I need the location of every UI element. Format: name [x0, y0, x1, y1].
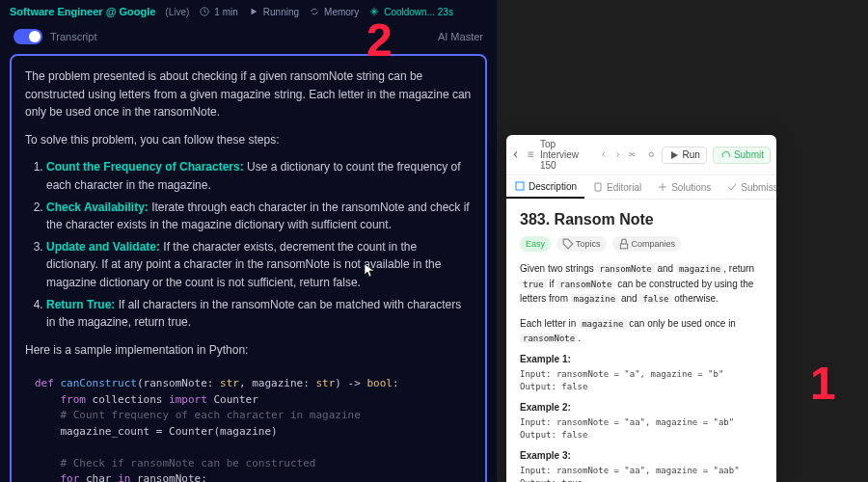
leetcode-panel: Top Interview 150 Run Submit Description…	[506, 135, 776, 482]
memory-badge: Memory	[309, 6, 359, 17]
next-icon[interactable]	[613, 149, 622, 161]
ai-assistant-panel: Software Engineer @ Google (Live) 1 min …	[0, 0, 497, 482]
play-icon	[248, 6, 259, 17]
status-badge: Running	[248, 6, 299, 17]
tag-icon	[562, 238, 574, 250]
sub-header: Transcript AI Master	[0, 23, 497, 50]
sample-lead: Here is a sample implementation in Pytho…	[25, 341, 472, 360]
back-icon[interactable]	[512, 149, 521, 161]
session-title: Software Engineer @ Google	[10, 6, 155, 17]
solutions-icon	[657, 181, 668, 193]
difficulty-tag: Easy	[520, 236, 551, 252]
example-3: Example 3: Input: ransomNote = "aa", mag…	[520, 450, 763, 483]
problem-tabs: Description Editorial Solutions Submissi…	[506, 175, 776, 200]
header-bar: Software Engineer @ Google (Live) 1 min …	[0, 0, 497, 23]
tab-submissions[interactable]: Submissions	[719, 175, 776, 199]
play-icon	[668, 149, 680, 161]
intro-text: The problem presented is about checking …	[25, 67, 472, 121]
svg-rect-3	[620, 244, 627, 249]
list-icon[interactable]	[527, 149, 535, 161]
problem-toolbar: Top Interview 150 Run Submit	[506, 135, 776, 175]
debug-icon[interactable]	[647, 149, 656, 161]
mouse-cursor	[365, 264, 374, 278]
list-item: Count the Frequency of Characters: Use a…	[46, 158, 472, 194]
overlay-marker-1: 1	[810, 357, 836, 410]
run-button[interactable]: Run	[662, 147, 707, 164]
companies-tag[interactable]: Companies	[612, 236, 682, 252]
svg-rect-2	[516, 182, 524, 190]
description-icon	[514, 180, 526, 192]
breadcrumb[interactable]: Top Interview 150	[540, 139, 594, 171]
example-1: Example 1: Input: ransomNote = "a", maga…	[520, 354, 763, 394]
list-item: Return True: If all characters in the ra…	[46, 296, 472, 332]
steps-list: Count the Frequency of Characters: Use a…	[25, 158, 472, 331]
problem-title: 383. Ransom Note	[520, 211, 763, 228]
editorial-icon	[592, 181, 604, 193]
example-2: Example 2: Input: ransomNote = "aa", mag…	[520, 402, 763, 442]
list-item: Update and Validate: If the character ex…	[46, 238, 472, 292]
code-sample: def canConstruct(ransomNote: str, magazi…	[25, 368, 472, 482]
shuffle-icon[interactable]	[628, 149, 637, 161]
tab-solutions[interactable]: Solutions	[649, 175, 719, 199]
submissions-icon	[726, 181, 738, 193]
list-item: Check Availability: Iterate through each…	[46, 199, 472, 234]
cloud-upload-icon	[719, 149, 731, 161]
topics-tag[interactable]: Topics	[556, 236, 607, 252]
problem-body[interactable]: 383. Ransom Note Easy Topics Companies G…	[506, 200, 776, 482]
overlay-marker-2: 2	[366, 13, 393, 67]
description-p1: Given two strings ransomNote and magazin…	[520, 261, 763, 307]
submit-button[interactable]: Submit	[713, 147, 771, 164]
svg-point-1	[649, 152, 653, 156]
steps-lead: To solve this problem, you can follow th…	[25, 131, 472, 149]
tab-description[interactable]: Description	[506, 175, 584, 199]
live-badge: (Live)	[165, 7, 189, 17]
lock-icon	[618, 238, 630, 250]
time-badge: 1 min	[199, 6, 237, 17]
tab-editorial[interactable]: Editorial	[584, 175, 649, 199]
transcript-toggle[interactable]	[14, 29, 42, 44]
refresh-icon	[309, 6, 320, 17]
clock-icon	[199, 6, 210, 17]
transcript-content[interactable]: The problem presented is about checking …	[10, 54, 487, 482]
tag-row: Easy Topics Companies	[520, 236, 763, 252]
prev-icon[interactable]	[600, 149, 609, 161]
ai-master-label: AI Master	[438, 31, 483, 42]
description-p2: Each letter in magazine can only be used…	[520, 316, 763, 346]
